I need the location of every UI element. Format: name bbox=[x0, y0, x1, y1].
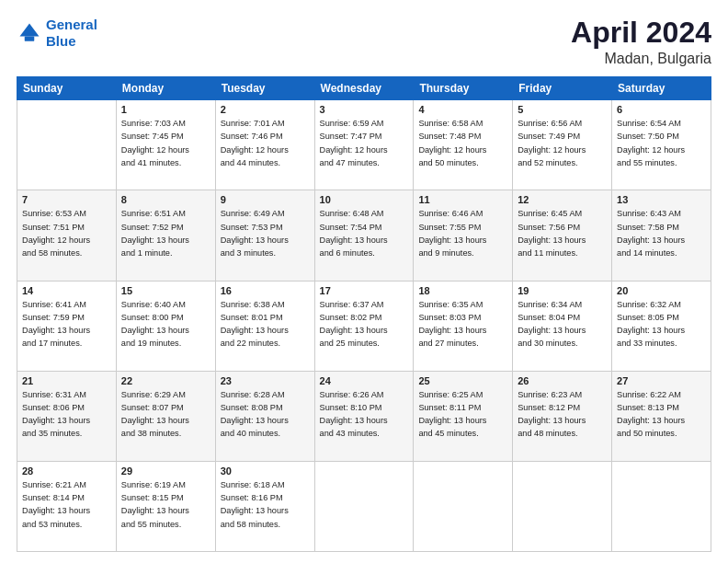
day-info: Sunrise: 6:41 AMSunset: 7:59 PMDaylight:… bbox=[22, 298, 111, 350]
logo: General Blue bbox=[17, 17, 97, 50]
day-number: 1 bbox=[121, 104, 210, 115]
day-info: Sunrise: 6:40 AMSunset: 8:00 PMDaylight:… bbox=[121, 298, 210, 350]
day-info: Sunrise: 6:23 AMSunset: 8:12 PMDaylight:… bbox=[518, 388, 607, 441]
calendar-cell: 6Sunrise: 6:54 AMSunset: 7:50 PMDaylight… bbox=[612, 100, 711, 190]
day-number: 24 bbox=[320, 375, 409, 386]
day-info: Sunrise: 6:28 AMSunset: 8:08 PMDaylight:… bbox=[221, 388, 310, 441]
day-info: Sunrise: 6:25 AMSunset: 8:11 PMDaylight:… bbox=[418, 388, 507, 441]
day-info: Sunrise: 6:49 AMSunset: 7:53 PMDaylight:… bbox=[221, 207, 310, 259]
calendar-week-row: 14Sunrise: 6:41 AMSunset: 7:59 PMDayligh… bbox=[17, 281, 711, 371]
day-info: Sunrise: 6:51 AMSunset: 7:52 PMDaylight:… bbox=[121, 207, 210, 259]
day-number: 2 bbox=[221, 104, 310, 115]
logo-general: General bbox=[46, 17, 97, 32]
calendar-cell: 9Sunrise: 6:49 AMSunset: 7:53 PMDaylight… bbox=[215, 190, 314, 281]
day-info: Sunrise: 6:26 AMSunset: 8:10 PMDaylight:… bbox=[320, 388, 409, 441]
column-header-saturday: Saturday bbox=[612, 77, 711, 100]
calendar-cell: 8Sunrise: 6:51 AMSunset: 7:52 PMDaylight… bbox=[116, 190, 215, 281]
day-info: Sunrise: 6:48 AMSunset: 7:54 PMDaylight:… bbox=[320, 207, 409, 259]
day-number: 16 bbox=[221, 285, 310, 296]
day-number: 26 bbox=[518, 375, 607, 386]
day-number: 18 bbox=[418, 285, 507, 296]
calendar-cell: 13Sunrise: 6:43 AMSunset: 7:58 PMDayligh… bbox=[612, 190, 711, 281]
calendar-cell: 19Sunrise: 6:34 AMSunset: 8:04 PMDayligh… bbox=[513, 281, 612, 371]
calendar-week-row: 28Sunrise: 6:21 AMSunset: 8:14 PMDayligh… bbox=[17, 461, 711, 551]
logo-text: General Blue bbox=[46, 17, 97, 50]
day-number: 23 bbox=[221, 375, 310, 386]
main-title: April 2024 bbox=[571, 17, 711, 49]
page: General Blue April 2024 Madan, Bulgaria … bbox=[0, 0, 728, 563]
title-block: April 2024 Madan, Bulgaria bbox=[571, 17, 711, 67]
day-number: 15 bbox=[121, 285, 210, 296]
calendar-cell: 20Sunrise: 6:32 AMSunset: 8:05 PMDayligh… bbox=[612, 281, 711, 371]
day-number: 19 bbox=[518, 285, 607, 296]
day-number: 27 bbox=[617, 375, 706, 386]
calendar-cell: 3Sunrise: 6:59 AMSunset: 7:47 PMDaylight… bbox=[314, 100, 414, 190]
calendar-cell: 29Sunrise: 6:19 AMSunset: 8:15 PMDayligh… bbox=[116, 461, 215, 551]
calendar-week-row: 21Sunrise: 6:31 AMSunset: 8:06 PMDayligh… bbox=[17, 371, 711, 461]
calendar-cell: 14Sunrise: 6:41 AMSunset: 7:59 PMDayligh… bbox=[17, 281, 117, 371]
calendar-cell: 4Sunrise: 6:58 AMSunset: 7:48 PMDaylight… bbox=[414, 100, 513, 190]
calendar-cell: 15Sunrise: 6:40 AMSunset: 8:00 PMDayligh… bbox=[116, 281, 215, 371]
calendar-cell: 25Sunrise: 6:25 AMSunset: 8:11 PMDayligh… bbox=[414, 371, 513, 461]
calendar-cell: 21Sunrise: 6:31 AMSunset: 8:06 PMDayligh… bbox=[17, 371, 117, 461]
calendar-cell: 17Sunrise: 6:37 AMSunset: 8:02 PMDayligh… bbox=[314, 281, 414, 371]
day-info: Sunrise: 6:37 AMSunset: 8:02 PMDaylight:… bbox=[320, 298, 409, 350]
day-info: Sunrise: 6:56 AMSunset: 7:49 PMDaylight:… bbox=[518, 117, 607, 169]
calendar-cell bbox=[17, 100, 117, 190]
calendar-cell: 16Sunrise: 6:38 AMSunset: 8:01 PMDayligh… bbox=[215, 281, 314, 371]
day-number: 8 bbox=[121, 194, 210, 205]
day-info: Sunrise: 6:22 AMSunset: 8:13 PMDaylight:… bbox=[617, 388, 706, 441]
day-info: Sunrise: 6:34 AMSunset: 8:04 PMDaylight:… bbox=[518, 298, 607, 350]
calendar-cell bbox=[314, 461, 414, 551]
svg-marker-0 bbox=[20, 24, 40, 37]
day-info: Sunrise: 6:58 AMSunset: 7:48 PMDaylight:… bbox=[418, 117, 507, 169]
day-number: 13 bbox=[617, 194, 706, 205]
day-number: 30 bbox=[221, 465, 310, 477]
calendar-cell: 28Sunrise: 6:21 AMSunset: 8:14 PMDayligh… bbox=[17, 461, 117, 551]
logo-icon bbox=[17, 20, 42, 46]
calendar-header-row: SundayMondayTuesdayWednesdayThursdayFrid… bbox=[17, 77, 711, 100]
day-number: 28 bbox=[22, 465, 111, 477]
day-number: 20 bbox=[617, 285, 706, 296]
day-info: Sunrise: 6:43 AMSunset: 7:58 PMDaylight:… bbox=[617, 207, 706, 259]
day-number: 3 bbox=[320, 104, 409, 115]
calendar-cell bbox=[612, 461, 711, 551]
day-info: Sunrise: 6:38 AMSunset: 8:01 PMDaylight:… bbox=[221, 298, 310, 350]
svg-rect-1 bbox=[25, 37, 35, 41]
column-header-thursday: Thursday bbox=[414, 77, 513, 100]
column-header-sunday: Sunday bbox=[17, 77, 117, 100]
header: General Blue April 2024 Madan, Bulgaria bbox=[17, 17, 711, 67]
day-number: 7 bbox=[22, 194, 111, 205]
calendar-cell: 27Sunrise: 6:22 AMSunset: 8:13 PMDayligh… bbox=[612, 371, 711, 461]
calendar-cell: 23Sunrise: 6:28 AMSunset: 8:08 PMDayligh… bbox=[215, 371, 314, 461]
day-info: Sunrise: 6:35 AMSunset: 8:03 PMDaylight:… bbox=[418, 298, 507, 350]
day-number: 17 bbox=[320, 285, 409, 296]
calendar-cell: 12Sunrise: 6:45 AMSunset: 7:56 PMDayligh… bbox=[513, 190, 612, 281]
calendar-cell: 2Sunrise: 7:01 AMSunset: 7:46 PMDaylight… bbox=[215, 100, 314, 190]
calendar-cell: 11Sunrise: 6:46 AMSunset: 7:55 PMDayligh… bbox=[414, 190, 513, 281]
day-info: Sunrise: 6:46 AMSunset: 7:55 PMDaylight:… bbox=[418, 207, 507, 259]
calendar-cell: 10Sunrise: 6:48 AMSunset: 7:54 PMDayligh… bbox=[314, 190, 414, 281]
calendar-cell: 18Sunrise: 6:35 AMSunset: 8:03 PMDayligh… bbox=[414, 281, 513, 371]
day-number: 5 bbox=[518, 104, 607, 115]
calendar-week-row: 7Sunrise: 6:53 AMSunset: 7:51 PMDaylight… bbox=[17, 190, 711, 281]
column-header-tuesday: Tuesday bbox=[215, 77, 314, 100]
day-number: 6 bbox=[617, 104, 706, 115]
calendar-week-row: 1Sunrise: 7:03 AMSunset: 7:45 PMDaylight… bbox=[17, 100, 711, 190]
logo-blue: Blue bbox=[46, 33, 97, 50]
day-info: Sunrise: 6:59 AMSunset: 7:47 PMDaylight:… bbox=[320, 117, 409, 169]
calendar-cell: 22Sunrise: 6:29 AMSunset: 8:07 PMDayligh… bbox=[116, 371, 215, 461]
day-info: Sunrise: 6:32 AMSunset: 8:05 PMDaylight:… bbox=[617, 298, 706, 350]
day-number: 12 bbox=[518, 194, 607, 205]
column-header-friday: Friday bbox=[513, 77, 612, 100]
calendar-cell: 7Sunrise: 6:53 AMSunset: 7:51 PMDaylight… bbox=[17, 190, 117, 281]
calendar-cell bbox=[513, 461, 612, 551]
day-info: Sunrise: 6:53 AMSunset: 7:51 PMDaylight:… bbox=[22, 207, 111, 259]
day-number: 22 bbox=[121, 375, 210, 386]
calendar-table: SundayMondayTuesdayWednesdayThursdayFrid… bbox=[17, 76, 711, 552]
day-number: 14 bbox=[22, 285, 111, 296]
day-info: Sunrise: 6:31 AMSunset: 8:06 PMDaylight:… bbox=[22, 388, 111, 441]
calendar-cell: 1Sunrise: 7:03 AMSunset: 7:45 PMDaylight… bbox=[116, 100, 215, 190]
subtitle: Madan, Bulgaria bbox=[571, 51, 711, 67]
calendar-cell: 5Sunrise: 6:56 AMSunset: 7:49 PMDaylight… bbox=[513, 100, 612, 190]
